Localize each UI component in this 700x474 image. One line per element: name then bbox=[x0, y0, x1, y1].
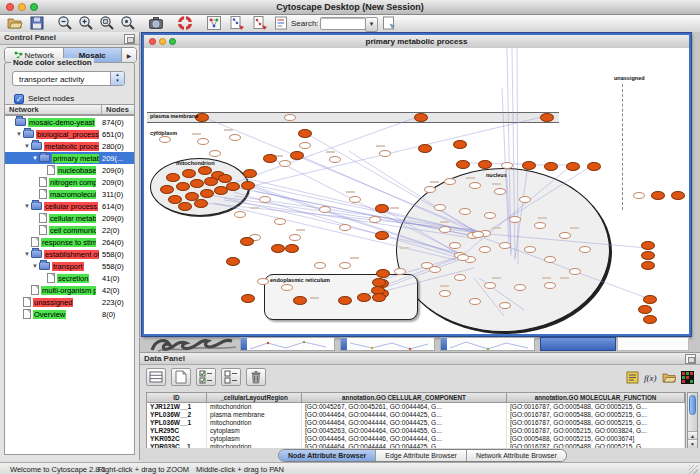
network-node[interactable] bbox=[484, 212, 496, 219]
tree-row[interactable]: ▼transport558(0) bbox=[5, 260, 134, 272]
network-node-selected[interactable] bbox=[160, 185, 174, 194]
network-node[interactable] bbox=[281, 284, 293, 291]
tree-row[interactable]: multi-organism pro42(0) bbox=[5, 284, 134, 296]
network-node[interactable] bbox=[544, 256, 556, 263]
table-column-header[interactable]: annotation.GO MOLECULAR_FUNCTION bbox=[507, 393, 685, 402]
search-input[interactable] bbox=[320, 17, 366, 30]
tree-row[interactable]: ▼cellular process614(0) bbox=[5, 200, 134, 212]
network-node-selected[interactable] bbox=[194, 199, 208, 208]
table-column-header[interactable]: _cellularLayoutRegion bbox=[207, 393, 302, 402]
network-node[interactable] bbox=[439, 226, 451, 233]
network-node-selected[interactable] bbox=[566, 162, 580, 171]
network-node-selected[interactable] bbox=[522, 161, 536, 170]
network-node-selected[interactable] bbox=[641, 261, 655, 270]
float-panel-icon[interactable] bbox=[124, 34, 135, 44]
network-node-selected[interactable] bbox=[544, 162, 558, 171]
minimize-button[interactable] bbox=[18, 3, 26, 11]
table-column-header[interactable]: ID bbox=[147, 393, 207, 402]
disclosure-triangle-icon[interactable]: ▼ bbox=[23, 251, 31, 257]
network-node[interactable] bbox=[499, 302, 511, 309]
network-node[interactable] bbox=[289, 234, 301, 241]
network-node[interactable] bbox=[454, 274, 466, 281]
network-node[interactable] bbox=[229, 134, 241, 141]
network-node-selected[interactable] bbox=[375, 204, 389, 213]
network-node[interactable] bbox=[284, 114, 296, 121]
table-column-header[interactable]: annotation.GO CELLULAR_COMPONENT bbox=[302, 393, 507, 402]
network-node-selected[interactable] bbox=[375, 231, 389, 240]
minimize-button[interactable] bbox=[159, 38, 166, 45]
tab-network-attribute-browser[interactable]: Network Attribute Browser bbox=[467, 450, 566, 461]
zoom-window-button[interactable] bbox=[169, 38, 176, 45]
network-node[interactable] bbox=[569, 268, 581, 275]
column-network[interactable]: Network bbox=[5, 105, 102, 114]
network-node[interactable] bbox=[444, 178, 456, 185]
network-node[interactable] bbox=[319, 206, 331, 213]
close-button[interactable] bbox=[149, 38, 156, 45]
tree-row[interactable]: mosaic-demo-yeast874(0) bbox=[5, 116, 134, 128]
network-node[interactable] bbox=[279, 160, 291, 167]
help-icon[interactable] bbox=[176, 15, 194, 31]
tree-row[interactable]: ▼biological_process651(0) bbox=[5, 128, 134, 140]
network-node-selected[interactable] bbox=[478, 160, 492, 169]
network-node[interactable] bbox=[459, 208, 471, 215]
network-node-selected[interactable] bbox=[453, 140, 467, 149]
network-node[interactable] bbox=[234, 211, 246, 218]
save-icon[interactable] bbox=[28, 15, 46, 31]
network-node-selected[interactable] bbox=[190, 179, 204, 188]
network-node-selected[interactable] bbox=[298, 129, 312, 138]
network-node-selected[interactable] bbox=[200, 189, 214, 198]
tree-row[interactable]: response to stimulu264(0) bbox=[5, 236, 134, 248]
network-node[interactable] bbox=[524, 246, 536, 253]
network-node[interactable] bbox=[469, 182, 481, 189]
matrix-icon[interactable] bbox=[680, 370, 695, 384]
zoom-out-icon[interactable] bbox=[56, 15, 74, 31]
network-node-selected[interactable] bbox=[241, 294, 255, 303]
network-node[interactable] bbox=[514, 284, 526, 291]
network-node[interactable] bbox=[457, 254, 469, 261]
network-node[interactable] bbox=[259, 196, 271, 203]
network-view-icon[interactable] bbox=[205, 15, 223, 31]
tree-row[interactable]: cellular metabol209(0) bbox=[5, 212, 134, 224]
network-node[interactable] bbox=[633, 192, 645, 199]
tree-row[interactable]: Overview8(0) bbox=[5, 308, 134, 320]
network-node[interactable] bbox=[559, 232, 571, 239]
annotation-icon[interactable] bbox=[272, 15, 290, 31]
scroll-down-icon[interactable]: ▼ bbox=[688, 439, 697, 448]
search-options-icon[interactable] bbox=[380, 15, 398, 31]
network-node-selected[interactable] bbox=[285, 244, 299, 253]
network-node[interactable] bbox=[469, 298, 481, 305]
tab-node-attribute-browser[interactable]: Node Attribute Browser bbox=[279, 450, 376, 461]
tab-edge-attribute-browser[interactable]: Edge Attribute Browser bbox=[376, 450, 467, 461]
network-node-selected[interactable] bbox=[243, 169, 257, 178]
network-node-selected[interactable] bbox=[290, 151, 304, 160]
network-node-selected[interactable] bbox=[641, 251, 655, 260]
network-node[interactable] bbox=[339, 224, 351, 231]
network-node[interactable] bbox=[499, 242, 511, 249]
minimized-window[interactable] bbox=[240, 337, 335, 351]
resize-grip[interactable] bbox=[689, 465, 698, 474]
network-node[interactable] bbox=[434, 204, 446, 211]
network-node-selected[interactable] bbox=[204, 177, 218, 186]
tree-row[interactable]: macromolecule311(0) bbox=[5, 188, 134, 200]
tree-row[interactable]: cell communicat22(0) bbox=[5, 224, 134, 236]
network-node-selected[interactable] bbox=[182, 169, 196, 178]
close-button[interactable] bbox=[6, 3, 14, 11]
network-node-selected[interactable] bbox=[376, 269, 390, 278]
network-node[interactable] bbox=[329, 156, 341, 163]
select-attributes-icon[interactable] bbox=[196, 368, 216, 386]
minimized-window[interactable] bbox=[617, 337, 689, 351]
tab-overflow-arrow-icon[interactable]: ▶ bbox=[122, 48, 136, 62]
scrollbar-thumb[interactable] bbox=[689, 395, 696, 415]
network-node[interactable] bbox=[274, 218, 286, 225]
network-node-selected[interactable] bbox=[638, 305, 652, 314]
network-node-selected[interactable] bbox=[587, 162, 601, 171]
zoom-fit-icon[interactable] bbox=[98, 15, 116, 31]
network-node-selected[interactable] bbox=[271, 244, 285, 253]
zoom-selected-icon[interactable] bbox=[119, 15, 137, 31]
network-node[interactable] bbox=[479, 246, 491, 253]
network-window-titlebar[interactable]: primary metabolic process bbox=[144, 35, 689, 49]
network-node-selected[interactable] bbox=[338, 296, 352, 305]
attribute-list-icon[interactable] bbox=[625, 370, 640, 384]
network-node[interactable] bbox=[339, 262, 351, 269]
tree-row[interactable]: secretion41(0) bbox=[5, 272, 134, 284]
